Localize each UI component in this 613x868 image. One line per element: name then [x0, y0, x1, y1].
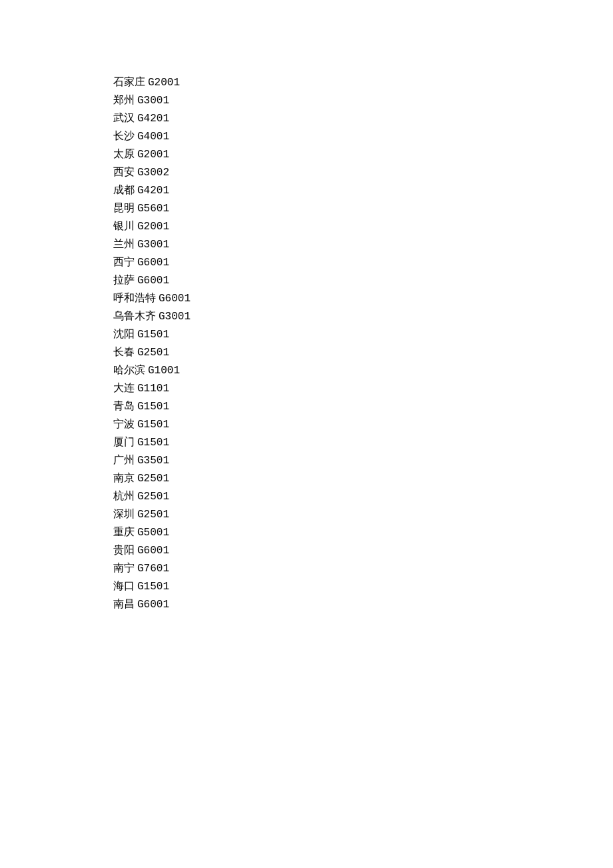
city-code: G7601 — [137, 563, 169, 575]
city-name: 大连 — [113, 382, 135, 393]
city-code: G2501 — [137, 473, 169, 485]
list-item: 南京 G2501 — [113, 469, 613, 487]
city-name: 贵阳 — [113, 544, 135, 555]
city-name: 南昌 — [113, 598, 135, 609]
list-item: 兰州 G3001 — [113, 235, 613, 253]
city-name: 银川 — [113, 220, 135, 231]
city-code: G3002 — [137, 167, 169, 179]
city-name: 南宁 — [113, 562, 135, 573]
list-item: 海口 G1501 — [113, 577, 613, 595]
city-name: 青岛 — [113, 400, 135, 411]
city-name: 西宁 — [113, 256, 135, 267]
city-code: G1501 — [137, 437, 169, 449]
city-name: 兰州 — [113, 238, 135, 249]
city-code: G3001 — [159, 311, 191, 323]
city-name: 重庆 — [113, 526, 135, 537]
city-name: 武汉 — [113, 112, 135, 123]
city-code-list: 石家庄 G2001郑州 G3001武汉 G4201长沙 G4001太原 G200… — [113, 73, 613, 613]
city-code: G6001 — [159, 293, 191, 305]
city-code: G2001 — [137, 221, 169, 233]
list-item: 南宁 G7601 — [113, 559, 613, 577]
city-code: G6001 — [137, 257, 169, 269]
list-item: 呼和浩特 G6001 — [113, 289, 613, 307]
city-name: 乌鲁木齐 — [113, 310, 156, 321]
list-item: 宁波 G1501 — [113, 415, 613, 433]
city-name: 昆明 — [113, 202, 135, 213]
city-code: G2501 — [137, 509, 169, 521]
city-name: 太原 — [113, 148, 135, 159]
city-code: G4001 — [137, 131, 169, 143]
list-item: 银川 G2001 — [113, 217, 613, 235]
list-item: 哈尔滨 G1001 — [113, 361, 613, 379]
list-item: 西宁 G6001 — [113, 253, 613, 271]
city-code: G2501 — [137, 347, 169, 359]
city-code: G1501 — [137, 581, 169, 593]
city-name: 海口 — [113, 580, 135, 591]
city-code: G6001 — [137, 599, 169, 611]
city-code: G1101 — [137, 383, 169, 395]
list-item: 乌鲁木齐 G3001 — [113, 307, 613, 325]
city-code: G2001 — [137, 149, 169, 161]
city-code: G5601 — [137, 203, 169, 215]
city-code: G4201 — [137, 113, 169, 125]
city-code: G3001 — [137, 239, 169, 251]
city-name: 杭州 — [113, 490, 135, 501]
list-item: 郑州 G3001 — [113, 91, 613, 109]
city-name: 成都 — [113, 184, 135, 195]
city-name: 呼和浩特 — [113, 292, 156, 303]
list-item: 重庆 G5001 — [113, 523, 613, 541]
list-item: 广州 G3501 — [113, 451, 613, 469]
list-item: 武汉 G4201 — [113, 109, 613, 127]
city-name: 深圳 — [113, 508, 135, 519]
list-item: 贵阳 G6001 — [113, 541, 613, 559]
city-name: 广州 — [113, 454, 135, 465]
city-name: 哈尔滨 — [113, 364, 145, 375]
city-name: 沈阳 — [113, 328, 135, 339]
city-name: 石家庄 — [113, 76, 145, 87]
city-code: G1501 — [137, 329, 169, 341]
city-code: G5001 — [137, 527, 169, 539]
list-item: 昆明 G5601 — [113, 199, 613, 217]
list-item: 长沙 G4001 — [113, 127, 613, 145]
city-name: 南京 — [113, 472, 135, 483]
list-item: 大连 G1101 — [113, 379, 613, 397]
city-code: G3501 — [137, 455, 169, 467]
list-item: 成都 G4201 — [113, 181, 613, 199]
list-item: 厦门 G1501 — [113, 433, 613, 451]
city-name: 宁波 — [113, 418, 135, 429]
city-code: G1501 — [137, 401, 169, 413]
city-code: G2001 — [148, 77, 180, 89]
city-code: G6001 — [137, 275, 169, 287]
list-item: 沈阳 G1501 — [113, 325, 613, 343]
city-code: G1501 — [137, 419, 169, 431]
list-item: 石家庄 G2001 — [113, 73, 613, 91]
city-code: G6001 — [137, 545, 169, 557]
list-item: 杭州 G2501 — [113, 487, 613, 505]
list-item: 长春 G2501 — [113, 343, 613, 361]
list-item: 拉萨 G6001 — [113, 271, 613, 289]
city-name: 郑州 — [113, 94, 135, 105]
list-item: 深圳 G2501 — [113, 505, 613, 523]
list-item: 太原 G2001 — [113, 145, 613, 163]
city-code: G3001 — [137, 95, 169, 107]
list-item: 西安 G3002 — [113, 163, 613, 181]
list-item: 南昌 G6001 — [113, 595, 613, 613]
city-code: G4201 — [137, 185, 169, 197]
city-code: G2501 — [137, 491, 169, 503]
city-name: 拉萨 — [113, 274, 135, 285]
city-name: 长春 — [113, 346, 135, 357]
city-name: 西安 — [113, 166, 135, 177]
city-name: 厦门 — [113, 436, 135, 447]
list-item: 青岛 G1501 — [113, 397, 613, 415]
city-name: 长沙 — [113, 130, 135, 141]
city-code: G1001 — [148, 365, 180, 377]
